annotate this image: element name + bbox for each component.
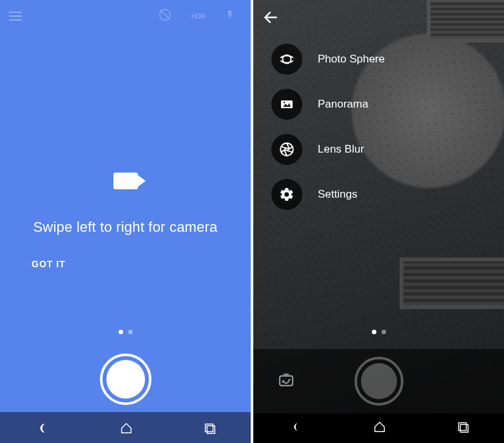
menu-item-label: Settings	[318, 188, 357, 201]
page-indicator	[372, 330, 386, 334]
nav-recent-icon[interactable]	[202, 421, 217, 435]
photo-sphere-icon	[271, 44, 302, 75]
shutter-button[interactable]	[354, 357, 403, 406]
svg-line-12	[286, 150, 293, 152]
hamburger-menu-icon[interactable]	[9, 9, 22, 23]
menu-item-label: Panorama	[318, 98, 368, 111]
gear-icon	[271, 179, 302, 210]
nav-recent-icon[interactable]	[456, 420, 470, 437]
nav-home-icon[interactable]	[373, 420, 387, 437]
hdr-icon[interactable]: HDR	[191, 12, 206, 20]
onboarding-screen: HDR Swipe left to right for camera GOT I…	[0, 0, 251, 443]
switch-camera-icon[interactable]	[276, 370, 296, 392]
page-indicator	[119, 330, 133, 334]
svg-rect-3	[207, 426, 215, 433]
aperture-icon	[271, 134, 302, 165]
android-navbar	[0, 413, 251, 443]
camera-top-options: HDR	[158, 8, 235, 24]
page-dot	[119, 330, 123, 334]
shutter-button[interactable]	[99, 353, 152, 406]
menu-item-label: Lens Blur	[318, 143, 364, 156]
page-dot	[372, 330, 376, 334]
menu-item-lens-blur[interactable]: Lens Blur	[271, 134, 385, 165]
onboarding-message: Swipe left to right for camera	[0, 219, 251, 236]
nav-back-icon[interactable]	[287, 419, 304, 438]
svg-rect-18	[460, 424, 468, 432]
svg-point-9	[280, 143, 293, 156]
menu-item-panorama[interactable]: Panorama	[271, 89, 385, 120]
menu-item-label: Photo Sphere	[318, 53, 385, 66]
mode-menu: Photo Sphere Panorama	[271, 44, 385, 210]
panorama-icon	[271, 89, 302, 120]
flash-icon[interactable]	[225, 8, 235, 24]
timer-off-icon[interactable]	[158, 8, 172, 24]
svg-rect-17	[458, 423, 466, 431]
svg-rect-2	[205, 424, 213, 432]
svg-rect-6	[281, 100, 293, 108]
android-navbar	[253, 413, 504, 443]
back-arrow-icon[interactable]	[262, 9, 280, 27]
menu-item-settings[interactable]: Settings	[271, 179, 385, 210]
menu-item-photo-sphere[interactable]: Photo Sphere	[271, 44, 385, 75]
svg-point-8	[284, 102, 286, 104]
nav-home-icon[interactable]	[119, 421, 133, 435]
svg-line-1	[160, 10, 170, 20]
svg-line-15	[281, 147, 288, 149]
page-dot	[382, 330, 386, 334]
camera-mode-menu-screen: Photo Sphere Panorama	[253, 0, 504, 443]
nav-back-icon[interactable]	[34, 420, 51, 437]
got-it-button[interactable]: GOT IT	[32, 259, 66, 269]
shutter-bar	[253, 349, 504, 413]
video-icon	[113, 173, 138, 189]
svg-rect-16	[280, 376, 293, 386]
page-dot	[128, 330, 133, 334]
